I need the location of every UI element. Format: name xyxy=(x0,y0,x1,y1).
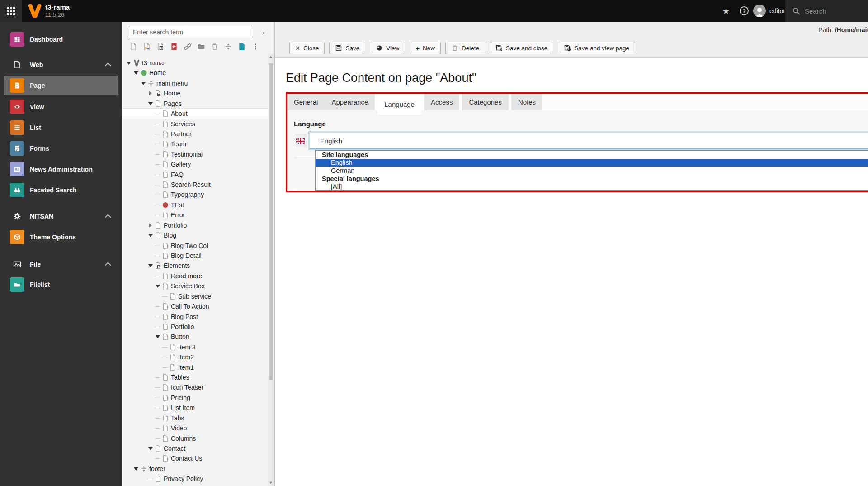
tree-scrollbar[interactable]: ▲ ▼ xyxy=(268,53,274,486)
new-page-icon[interactable] xyxy=(129,42,138,51)
tree-node-item2[interactable]: Item2 xyxy=(122,352,268,362)
sidebar-item-page[interactable]: Page xyxy=(0,75,122,96)
sidebar-item-theme[interactable]: Theme Options xyxy=(0,227,122,248)
tree-node-sub-service[interactable]: Sub service xyxy=(122,291,268,301)
trash-icon[interactable] xyxy=(210,42,219,51)
tree-node-item-3[interactable]: Item 3 xyxy=(122,342,268,352)
caret-down-icon[interactable] xyxy=(156,285,160,288)
close-button[interactable]: ✕ Close xyxy=(289,42,325,54)
tree-node-privacy-policy[interactable]: Privacy Policy xyxy=(122,474,268,484)
bookmark-star-icon[interactable]: ★ xyxy=(717,0,735,22)
tree-node-t3-rama[interactable]: t3-rama xyxy=(122,58,268,68)
tree-node-columns[interactable]: Columns xyxy=(122,434,268,443)
help-button[interactable]: ? xyxy=(735,0,753,22)
tree-node-blog-detail[interactable]: Blog Detail xyxy=(122,251,268,261)
tab-access[interactable]: Access xyxy=(424,94,459,110)
tree-node-testimonial[interactable]: Testimonial xyxy=(122,149,268,159)
tree-node-home[interactable]: Home xyxy=(122,68,268,78)
sidebar-item-forms[interactable]: Forms xyxy=(0,138,122,159)
caret-down-icon[interactable] xyxy=(134,467,138,471)
tree-node-video[interactable]: Video xyxy=(122,423,268,433)
user-menu[interactable]: editor xyxy=(753,0,785,22)
caret-down-icon[interactable] xyxy=(134,71,138,75)
tree-node-team[interactable]: Team xyxy=(122,139,268,149)
caret-down-icon[interactable] xyxy=(148,234,153,237)
caret-right-icon[interactable] xyxy=(149,223,152,228)
tree-node-faq[interactable]: FAQ xyxy=(122,170,268,180)
language-select[interactable]: English xyxy=(310,133,868,149)
sidebar-item-filelist[interactable]: Filelist xyxy=(0,274,122,295)
tree-node-footer[interactable]: footer xyxy=(122,464,268,474)
modules-grid-button[interactable] xyxy=(0,0,22,22)
sidebar-item-list[interactable]: List xyxy=(0,117,122,138)
tree-node-gallery[interactable]: Gallery xyxy=(122,159,268,169)
caret-right-icon[interactable] xyxy=(149,91,152,95)
tree-node-read-more[interactable]: Read more xyxy=(122,271,268,281)
tree-node-tables[interactable]: Tables xyxy=(122,372,268,382)
tab-appearance[interactable]: Appearance xyxy=(325,94,375,110)
tree-node-icon-teaser[interactable]: Icon Teaser xyxy=(122,382,268,392)
tree-node-blog-two-col[interactable]: Blog Two Col xyxy=(122,241,268,251)
sidebar-item-dashboard[interactable]: Dashboard xyxy=(0,29,122,50)
sidebar-section-nitsan[interactable]: NITSAN xyxy=(0,207,122,225)
shortcut-page-icon[interactable] xyxy=(156,42,165,51)
folder-icon[interactable] xyxy=(197,42,206,51)
tree-node-item1[interactable]: Item1 xyxy=(122,362,268,372)
caret-down-icon[interactable] xyxy=(127,62,131,65)
tree-node-typography[interactable]: Typography xyxy=(122,190,268,200)
caret-down-icon[interactable] xyxy=(141,82,146,85)
save-button[interactable]: Save xyxy=(329,42,365,54)
tree-node-pages[interactable]: Pages xyxy=(122,99,268,109)
sidebar-item-news[interactable]: News Administration xyxy=(0,159,122,180)
caret-down-icon[interactable] xyxy=(148,264,153,267)
tree-node-list-item[interactable]: List Item xyxy=(122,403,268,413)
new-button[interactable]: + New xyxy=(410,42,441,54)
tree-node-services[interactable]: Services xyxy=(122,119,268,129)
tab-general[interactable]: General xyxy=(287,94,325,110)
sidebar-item-view[interactable]: View xyxy=(0,96,122,117)
mountpoint-page-icon[interactable] xyxy=(170,42,179,51)
delete-button[interactable]: Delete xyxy=(445,42,485,54)
dropdown-option-german[interactable]: German xyxy=(316,167,868,175)
sidebar-item-faceted[interactable]: Faceted Search xyxy=(0,180,122,200)
tree-node-button[interactable]: Button xyxy=(122,332,268,342)
caret-down-icon[interactable] xyxy=(148,102,153,105)
tab-categories[interactable]: Categories xyxy=(462,94,509,110)
tree-search-input[interactable] xyxy=(129,26,253,38)
tree-node-portfolio[interactable]: Portfolio xyxy=(122,322,268,332)
topbar-search[interactable]: Search xyxy=(785,0,868,22)
new-page-users-icon[interactable] xyxy=(142,42,151,51)
tree-node-contact[interactable]: Contact xyxy=(122,443,268,453)
tree-node-error[interactable]: Error xyxy=(122,210,268,220)
spacer-icon[interactable] xyxy=(224,42,233,51)
save-view-button[interactable]: Save and view page xyxy=(558,42,635,54)
dropdown-option-english[interactable]: English xyxy=(316,159,868,167)
save-close-button[interactable]: Save and close xyxy=(490,42,553,54)
scroll-up-icon[interactable]: ▲ xyxy=(268,53,274,60)
tree-node-service-box[interactable]: Service Box xyxy=(122,281,268,291)
tree-node-pricing[interactable]: Pricing xyxy=(122,393,268,403)
link-icon[interactable] xyxy=(183,42,192,51)
tree-node-contact-us[interactable]: Contact Us xyxy=(122,453,268,463)
caret-down-icon[interactable] xyxy=(156,335,160,338)
scroll-down-icon[interactable]: ▼ xyxy=(268,480,274,486)
tree-node-main-menu[interactable]: main menu xyxy=(122,78,268,88)
tree-node-test[interactable]: TEst xyxy=(122,200,268,210)
tree-node-tabs[interactable]: Tabs xyxy=(122,413,268,423)
tree-node-about[interactable]: About xyxy=(122,109,268,119)
tree-node-blog-post[interactable]: Blog Post xyxy=(122,312,268,322)
sidebar-section-web[interactable]: Web xyxy=(0,56,122,74)
sidebar-section-file[interactable]: File xyxy=(0,255,122,273)
tree-node-portfolio[interactable]: Portfolio xyxy=(122,220,268,230)
filter-doc-icon[interactable] xyxy=(237,42,246,51)
tab-notes[interactable]: Notes xyxy=(511,94,542,110)
kebab-menu-icon[interactable] xyxy=(251,42,260,51)
caret-down-icon[interactable] xyxy=(148,447,153,450)
dropdown-option-all[interactable]: [All] xyxy=(316,182,868,191)
tree-node-blog[interactable]: Blog xyxy=(122,230,268,240)
scrollbar-thumb[interactable] xyxy=(269,63,273,380)
collapse-tree-icon[interactable]: ‹ xyxy=(258,26,269,38)
view-button[interactable]: View xyxy=(370,42,405,54)
language-flag-button[interactable] xyxy=(294,134,307,148)
tree-node-home[interactable]: Home xyxy=(122,88,268,98)
